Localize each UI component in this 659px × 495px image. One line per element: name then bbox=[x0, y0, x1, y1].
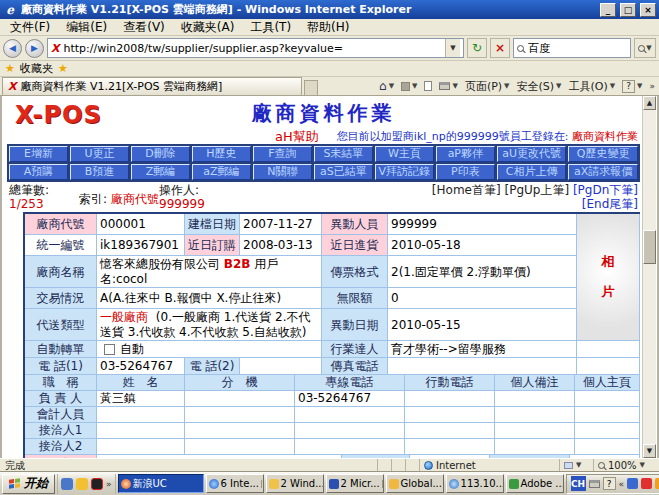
language-indicator[interactable]: CH bbox=[571, 476, 586, 491]
btn-visit-record[interactable]: V拜訪記錄 bbox=[375, 164, 434, 180]
contact-cell[interactable] bbox=[295, 407, 405, 423]
scrollbar-thumb[interactable] bbox=[643, 230, 656, 264]
safety-menu-button[interactable]: 安全(S)▼ bbox=[516, 79, 561, 94]
btn-history[interactable]: H歷史 bbox=[192, 146, 251, 162]
contact-cell[interactable] bbox=[295, 423, 405, 439]
nav-home-first[interactable]: [Home首筆] bbox=[432, 183, 501, 197]
contact-cell[interactable] bbox=[185, 407, 295, 423]
delivery-days-field[interactable]: 0日 bbox=[410, 455, 490, 458]
btn-update[interactable]: U更正 bbox=[70, 146, 129, 162]
zoom-control[interactable]: 100% ▼ bbox=[593, 459, 659, 471]
close-button[interactable]: × bbox=[640, 3, 656, 17]
read-mail-button[interactable] bbox=[424, 81, 432, 91]
contact-cell[interactable] bbox=[405, 407, 495, 423]
collect-days-field[interactable]: 0日 bbox=[570, 455, 640, 458]
tray-icon-msn[interactable] bbox=[627, 478, 638, 489]
tray-icon-orange[interactable] bbox=[655, 478, 659, 489]
btn-partner[interactable]: aP夥伴 bbox=[436, 146, 495, 162]
contact-cell[interactable] bbox=[185, 439, 295, 455]
btn-change-code[interactable]: aU更改代號 bbox=[497, 146, 567, 162]
no-limit-field[interactable]: 0 bbox=[388, 288, 577, 309]
print-button[interactable]: ▼ bbox=[439, 82, 457, 90]
contact-cell[interactable] bbox=[405, 439, 495, 455]
search-input[interactable]: 百度 bbox=[513, 38, 631, 58]
btn-closed-orders[interactable]: aS已結單 bbox=[314, 164, 373, 180]
order-method-field[interactable]: 1 (1.自送 2.電話 3.傳真 4.網絡 5.EOS bbox=[97, 455, 342, 458]
contact-cell[interactable] bbox=[575, 439, 640, 455]
fax-field[interactable] bbox=[388, 358, 577, 375]
task-adobe[interactable]: Adobe ... bbox=[506, 474, 564, 493]
contact-cell[interactable] bbox=[405, 391, 495, 407]
task-remote[interactable]: 113.10... bbox=[446, 474, 504, 493]
help-menu-button[interactable]: ?▼ bbox=[622, 80, 642, 93]
delivery-type-field[interactable]: 一般廠商 (0.一般廠商 1.代送貨 2.不代送貨 3.代收款 4.不代收款 5… bbox=[97, 309, 322, 341]
btn-open-orders[interactable]: S未結單 bbox=[314, 146, 373, 162]
task-explorer-group[interactable]: 2 Wind...▼ bbox=[266, 474, 324, 493]
task-sina-uc[interactable]: 新浪UC bbox=[118, 474, 204, 493]
protected-mode-panel[interactable]: ▼ bbox=[559, 459, 593, 471]
menu-help[interactable]: 帮助(H) bbox=[299, 19, 357, 36]
contact-cell[interactable] bbox=[575, 391, 640, 407]
btn-query[interactable]: F查詢 bbox=[253, 146, 312, 162]
start-button[interactable]: 开始 bbox=[2, 474, 55, 494]
contact-cell[interactable] bbox=[185, 423, 295, 439]
contact-cell[interactable] bbox=[97, 407, 185, 423]
voucher-format-field[interactable]: 2(1.固定單價 2.浮動單價) bbox=[388, 256, 577, 288]
vertical-scrollbar[interactable]: ▲ ▼ bbox=[642, 96, 656, 458]
maximize-button[interactable]: □ bbox=[620, 3, 636, 17]
menu-favorites[interactable]: 收藏夹(A) bbox=[173, 19, 243, 36]
back-button[interactable]: ◀ bbox=[3, 39, 22, 58]
btn-zip[interactable]: Z郵編 bbox=[131, 164, 190, 180]
trade-status-field[interactable]: A(A.往來中 B.報價中 X.停止往來) bbox=[97, 288, 322, 309]
btn-history-change[interactable]: Q歷史變更 bbox=[568, 146, 638, 162]
task-word-group[interactable]: 2 Micr...▼ bbox=[326, 474, 384, 493]
recent-purchase-field[interactable]: 2010-05-18 bbox=[388, 235, 577, 256]
tray-icon-qq[interactable] bbox=[641, 478, 652, 489]
btn-request-quote[interactable]: aX請求報價 bbox=[568, 164, 638, 180]
btn-delete[interactable]: D刪除 bbox=[131, 146, 190, 162]
btn-zip2[interactable]: aZ郵編 bbox=[192, 164, 251, 180]
btn-prestock[interactable]: B預進 bbox=[70, 164, 129, 180]
supplier-code-field[interactable]: 000001 bbox=[97, 214, 185, 235]
contact-cell[interactable] bbox=[495, 439, 575, 455]
scroll-up-icon[interactable]: ▲ bbox=[643, 96, 656, 110]
menu-file[interactable]: 文件(F) bbox=[2, 19, 58, 36]
nav-end-last[interactable]: [End尾筆] bbox=[582, 197, 638, 211]
btn-print[interactable]: P印表 bbox=[436, 164, 495, 180]
favorites-label[interactable]: 收藏夹 bbox=[20, 61, 53, 76]
stop-button[interactable]: × bbox=[490, 38, 510, 58]
created-date-field[interactable]: 2007-11-27 bbox=[240, 214, 322, 235]
phone2-field[interactable] bbox=[240, 358, 322, 375]
task-global[interactable]: Global... bbox=[386, 474, 444, 493]
new-tab-button[interactable] bbox=[304, 80, 318, 95]
scroll-down-icon[interactable]: ▼ bbox=[643, 444, 656, 458]
contact-cell[interactable]: 黃三鎮 bbox=[97, 391, 185, 407]
btn-photo-upload[interactable]: C相片上傳 bbox=[497, 164, 567, 180]
btn-preorder[interactable]: A預購 bbox=[9, 164, 68, 180]
industry-expert-field[interactable]: 育才學術-->留學服務 bbox=[388, 341, 577, 358]
phone1-field[interactable]: 03-5264767 bbox=[97, 358, 185, 375]
menu-tools[interactable]: 工具(T) bbox=[242, 19, 299, 36]
btn-home-page[interactable]: W主頁 bbox=[375, 146, 434, 162]
contact-cell[interactable] bbox=[295, 439, 405, 455]
auto-transfer-checkbox[interactable] bbox=[104, 344, 115, 355]
menu-view[interactable]: 查看(V) bbox=[115, 19, 173, 36]
address-dropdown-icon[interactable]: ▼ bbox=[445, 39, 460, 57]
quick-launch-icon-2[interactable] bbox=[76, 478, 88, 490]
quick-launch-icon-1[interactable] bbox=[61, 478, 73, 490]
menu-edit[interactable]: 编辑(E) bbox=[58, 19, 115, 36]
contact-cell[interactable] bbox=[185, 391, 295, 407]
modified-by-field[interactable]: 999999 bbox=[388, 214, 577, 235]
minimize-button[interactable]: _ bbox=[600, 3, 616, 17]
feeds-button[interactable]: ▼ bbox=[401, 82, 417, 91]
qq-icon[interactable] bbox=[91, 478, 103, 490]
nav-pgup-prev[interactable]: [PgUp上筆] bbox=[504, 183, 569, 197]
quick-launch-chevron[interactable]: » bbox=[106, 479, 112, 489]
help-link[interactable]: aH幫助 bbox=[275, 128, 319, 146]
contact-cell[interactable] bbox=[575, 407, 640, 423]
tab-supplier-page[interactable]: X 廠商資料作業 V1.21[X-POS 雲端商務網] bbox=[2, 77, 302, 95]
contact-cell[interactable]: 03-5264767 bbox=[295, 391, 405, 407]
modified-date-field[interactable]: 2010-05-15 bbox=[388, 309, 577, 341]
contact-cell[interactable] bbox=[495, 407, 575, 423]
tax-id-field[interactable]: ik189367901 bbox=[97, 235, 185, 256]
